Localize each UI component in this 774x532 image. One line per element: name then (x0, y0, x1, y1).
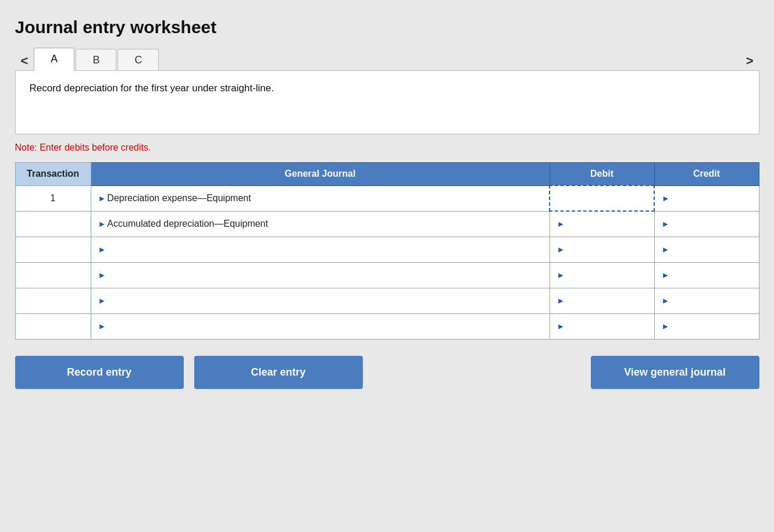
cell-debit-0[interactable] (550, 185, 654, 211)
note-text: Note: Enter debits before credits. (15, 142, 759, 153)
cell-transaction-4[interactable] (15, 288, 91, 313)
cell-credit-4[interactable]: ► (654, 288, 759, 313)
table-header-row: Transaction General Journal Debit Credit (15, 163, 759, 186)
tab-B[interactable]: B (76, 49, 116, 71)
col-header-credit: Credit (654, 163, 759, 186)
arrow-icon: ► (662, 322, 670, 331)
tab-A[interactable]: A (34, 48, 74, 71)
arrow-icon: ► (557, 245, 565, 254)
arrow-icon: ► (662, 296, 670, 305)
arrow-icon: ► (98, 270, 106, 280)
arrow-icon: ► (662, 194, 670, 203)
cell-general-journal-3[interactable]: ► (91, 262, 550, 288)
tab-next-button[interactable]: > (740, 51, 759, 71)
cell-debit-2[interactable]: ► (550, 237, 654, 262)
cell-general-journal-0[interactable]: ►Depreciation expense—Equipment (91, 185, 550, 211)
arrow-icon: ► (98, 194, 106, 203)
cell-credit-1[interactable]: ► (654, 211, 759, 237)
col-header-transaction: Transaction (15, 163, 91, 186)
arrow-icon: ► (98, 296, 106, 305)
cell-transaction-1[interactable] (15, 211, 91, 237)
journal-table: Transaction General Journal Debit Credit… (15, 162, 759, 340)
table-row: ►Accumulated depreciation—Equipment►► (15, 211, 759, 237)
arrow-icon: ► (662, 245, 670, 254)
main-container: Journal entry worksheet < A B C > Record… (15, 17, 759, 389)
arrow-icon: ► (557, 219, 565, 228)
view-general-journal-button[interactable]: View general journal (591, 356, 759, 389)
arrow-icon: ► (557, 296, 565, 305)
description-text: Record depreciation for the first year u… (30, 83, 274, 94)
cell-transaction-5[interactable] (15, 313, 91, 339)
cell-transaction-3[interactable] (15, 262, 91, 288)
arrow-icon: ► (98, 322, 106, 331)
arrow-icon: ► (557, 322, 565, 331)
cell-debit-4[interactable]: ► (550, 288, 654, 313)
cell-credit-5[interactable]: ► (654, 313, 759, 339)
table-row: ►►► (15, 262, 759, 288)
col-header-general-journal: General Journal (91, 163, 550, 186)
tabs-container: < A B C > (15, 48, 759, 71)
table-row: ►►► (15, 313, 759, 339)
record-entry-button[interactable]: Record entry (15, 356, 184, 389)
cell-debit-5[interactable]: ► (550, 313, 654, 339)
cell-debit-3[interactable]: ► (550, 262, 654, 288)
arrow-icon: ► (662, 270, 670, 280)
cell-credit-0[interactable]: ► (654, 185, 759, 211)
cell-transaction-0[interactable]: 1 (15, 185, 91, 211)
description-box: Record depreciation for the first year u… (15, 70, 759, 134)
table-row: ►►► (15, 288, 759, 313)
cell-general-journal-1[interactable]: ►Accumulated depreciation—Equipment (91, 211, 550, 237)
col-header-debit: Debit (550, 163, 654, 186)
tab-prev-button[interactable]: < (15, 51, 34, 71)
table-row: ►►► (15, 237, 759, 262)
arrow-icon: ► (98, 245, 106, 254)
cell-credit-3[interactable]: ► (654, 262, 759, 288)
arrow-icon: ► (662, 219, 670, 228)
cell-general-journal-4[interactable]: ► (91, 288, 550, 313)
arrow-icon: ► (98, 219, 106, 228)
cell-general-journal-5[interactable]: ► (91, 313, 550, 339)
cell-general-journal-2[interactable]: ► (91, 237, 550, 262)
cell-transaction-2[interactable] (15, 237, 91, 262)
table-row: 1►Depreciation expense—Equipment► (15, 185, 759, 211)
buttons-row: Record entry Clear entry View general jo… (15, 356, 759, 389)
page-title: Journal entry worksheet (15, 17, 759, 37)
tab-C[interactable]: C (117, 49, 159, 71)
cell-credit-2[interactable]: ► (654, 237, 759, 262)
cell-debit-1[interactable]: ► (550, 211, 654, 237)
clear-entry-button[interactable]: Clear entry (194, 356, 363, 389)
arrow-icon: ► (557, 270, 565, 280)
